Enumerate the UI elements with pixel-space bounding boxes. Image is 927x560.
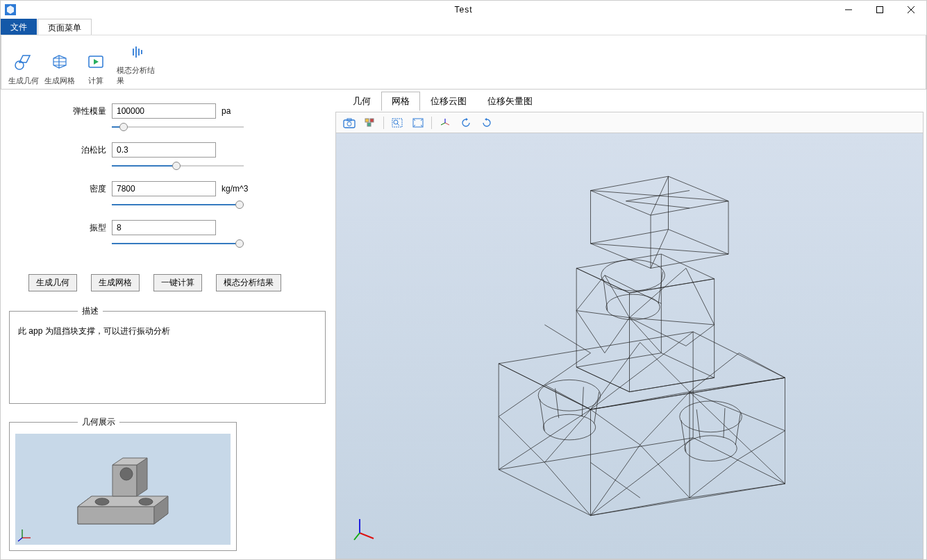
- svg-line-98: [690, 484, 785, 498]
- svg-line-122: [591, 438, 694, 516]
- svg-line-92: [499, 416, 544, 462]
- tab-disp-cloud[interactable]: 位移云图: [420, 92, 477, 111]
- poisson-label: 泊松比: [72, 144, 106, 156]
- svg-point-73: [606, 294, 660, 320]
- rotate-left-icon[interactable]: [457, 114, 475, 131]
- geometry-icon: [12, 51, 35, 73]
- svg-rect-30: [365, 119, 369, 122]
- svg-line-91: [739, 353, 785, 378]
- select-icon[interactable]: [361, 114, 379, 131]
- app-icon: [3, 3, 17, 17]
- mode-label: 振型: [72, 222, 106, 234]
- geometry-preview[interactable]: [15, 434, 231, 545]
- svg-marker-17: [78, 496, 168, 507]
- svg-line-123: [690, 392, 785, 484]
- compute-icon: [85, 51, 107, 73]
- svg-line-38: [441, 123, 445, 125]
- svg-line-100: [739, 431, 785, 459]
- rotate-right-icon[interactable]: [478, 114, 496, 131]
- svg-rect-32: [367, 123, 371, 126]
- gen-geometry-button[interactable]: 生成几何: [28, 274, 77, 291]
- tab-mesh[interactable]: 网格: [381, 92, 420, 111]
- window-controls: [833, 1, 926, 19]
- svg-line-109: [594, 392, 599, 424]
- svg-point-28: [347, 121, 351, 126]
- compute-all-button[interactable]: 一键计算: [153, 274, 202, 291]
- svg-line-129: [354, 533, 360, 540]
- svg-line-126: [576, 367, 629, 392]
- svg-rect-2: [876, 7, 883, 13]
- elastic-slider[interactable]: [112, 121, 244, 133]
- svg-line-82: [499, 384, 544, 416]
- tab-geometry[interactable]: 几何: [342, 92, 381, 111]
- preview-legend: 几何展示: [78, 416, 119, 428]
- svg-line-99: [690, 459, 739, 498]
- svg-point-72: [601, 260, 665, 291]
- density-input[interactable]: [112, 181, 216, 196]
- close-button[interactable]: [895, 1, 926, 19]
- default-view-icon[interactable]: [436, 114, 454, 131]
- svg-line-66: [630, 318, 715, 325]
- menubar: 文件 页面菜单: [1, 19, 926, 35]
- svg-line-74: [603, 279, 608, 311]
- modal-result-button[interactable]: 模态分析结果: [216, 274, 281, 291]
- svg-line-114: [681, 420, 686, 452]
- tab-disp-vector[interactable]: 位移矢量图: [477, 92, 543, 111]
- svg-line-102: [591, 409, 640, 445]
- poisson-slider[interactable]: [112, 160, 244, 171]
- menu-file[interactable]: 文件: [1, 19, 37, 35]
- ribbon-gen-mesh[interactable]: 生成网格: [43, 38, 76, 87]
- window-title: Test: [1, 5, 926, 15]
- svg-line-104: [640, 392, 690, 445]
- ribbon-gen-geometry[interactable]: 生成几何: [7, 38, 40, 87]
- svg-line-127: [630, 377, 715, 391]
- svg-point-21: [95, 498, 109, 505]
- view-toolbar: [335, 112, 924, 133]
- titlebar: Test: [1, 1, 926, 19]
- description-group: 描述 此 app 为阻挡块支撑，可以进行振动分析: [9, 305, 326, 404]
- svg-marker-15: [78, 507, 154, 524]
- svg-line-105: [591, 445, 640, 516]
- mesh-icon: [49, 51, 71, 73]
- elastic-label: 弹性模量: [72, 105, 106, 117]
- svg-point-112: [680, 401, 742, 432]
- ribbon: 生成几何 生成网格 计算 模态分析结果: [1, 35, 926, 90]
- minimize-button[interactable]: [833, 1, 864, 19]
- svg-line-120: [591, 377, 785, 409]
- svg-line-117: [724, 408, 725, 438]
- ribbon-modal-result[interactable]: 模态分析结果: [115, 38, 160, 87]
- svg-rect-31: [370, 119, 374, 122]
- svg-line-63: [630, 269, 686, 318]
- svg-marker-59: [576, 353, 715, 392]
- screenshot-icon[interactable]: [340, 114, 358, 131]
- svg-line-60: [576, 275, 605, 311]
- zoom-extents-icon[interactable]: [409, 114, 427, 131]
- menu-page[interactable]: 页面菜单: [37, 19, 92, 35]
- description-legend: 描述: [78, 305, 103, 317]
- svg-point-107: [543, 414, 595, 440]
- density-unit: kg/m^3: [222, 184, 248, 194]
- mode-input[interactable]: [112, 220, 216, 235]
- svg-line-87: [640, 342, 690, 391]
- svg-line-97: [591, 498, 690, 515]
- svg-line-116: [696, 409, 700, 439]
- svg-line-103: [640, 445, 690, 498]
- ribbon-compute[interactable]: 计算: [79, 38, 112, 87]
- svg-line-51: [651, 230, 668, 269]
- density-slider[interactable]: [112, 199, 244, 210]
- svg-line-108: [540, 399, 544, 431]
- gen-mesh-button[interactable]: 生成网格: [91, 274, 140, 291]
- mode-slider[interactable]: [112, 238, 244, 249]
- svg-point-113: [685, 436, 737, 461]
- maximize-button[interactable]: [864, 1, 895, 19]
- canvas-3d-view[interactable]: [335, 133, 924, 559]
- svg-line-69: [605, 318, 630, 353]
- zoom-box-icon[interactable]: [388, 114, 406, 131]
- svg-rect-27: [344, 120, 355, 128]
- view-tabs: 几何 网格 位移云图 位移矢量图: [335, 91, 924, 112]
- poisson-input[interactable]: [112, 142, 216, 158]
- svg-line-124: [576, 269, 629, 294]
- svg-point-23: [120, 468, 133, 480]
- svg-marker-40: [466, 118, 468, 121]
- elastic-input[interactable]: [112, 103, 216, 119]
